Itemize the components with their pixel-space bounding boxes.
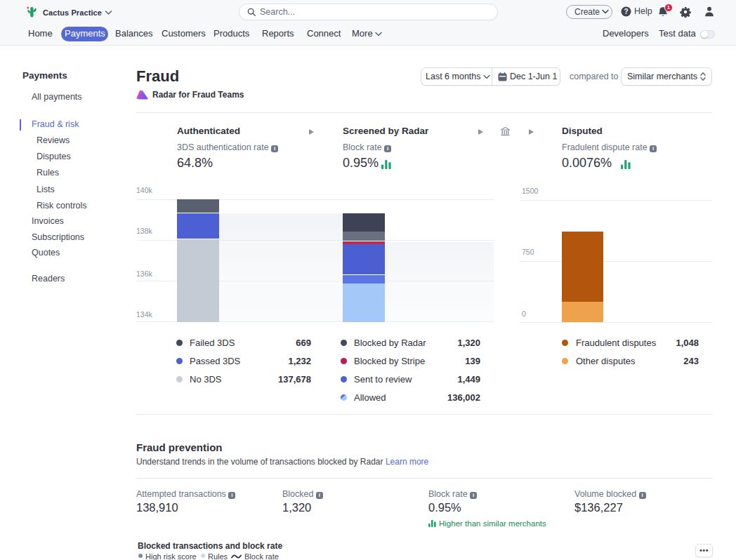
- svg-text:?: ?: [624, 8, 628, 15]
